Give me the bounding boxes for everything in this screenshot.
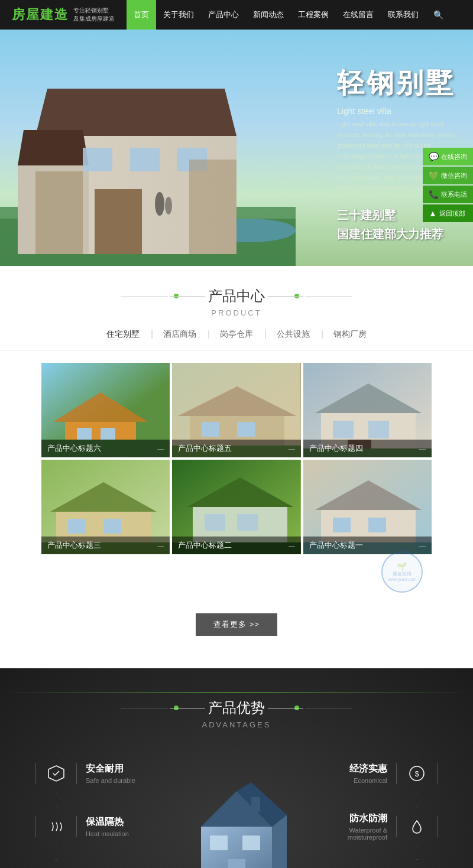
product-title-cn: 产品中心 bbox=[184, 287, 289, 305]
adv-item-waterproof: 防水防潮 Waterproof & moistureproof bbox=[302, 806, 438, 847]
advantages-center-house bbox=[183, 768, 290, 868]
heat-icon bbox=[47, 818, 65, 836]
tab-steel[interactable]: 钢构厂房 bbox=[331, 329, 370, 344]
nav-news[interactable]: 新闻动态 bbox=[246, 0, 291, 30]
advantages-title-cn: 产品优势 bbox=[184, 698, 289, 717]
watermark-product-area: 🌱 翼速应用 www.ysext.com bbox=[0, 557, 473, 599]
tab-booth[interactable]: 岗亭仓库 bbox=[217, 329, 256, 344]
adv-icon-insulation bbox=[35, 806, 77, 847]
svg-rect-44 bbox=[205, 514, 225, 531]
float-btn-wechat[interactable]: 💚 微信咨询 bbox=[423, 167, 473, 184]
nav-products[interactable]: 产品中心 bbox=[201, 0, 246, 30]
float-btn-consult-label: 在线咨询 bbox=[441, 152, 467, 161]
product-label-2: 产品中心标题二 bbox=[172, 537, 300, 554]
advantages-header: 产品优势 ADVANTAGES bbox=[0, 668, 473, 741]
svg-rect-51 bbox=[368, 518, 386, 532]
adv-icon-safe bbox=[35, 753, 77, 794]
hero-title-chinese: 轻钢别墅 bbox=[337, 65, 455, 102]
logo-main-text: 房屋建造 bbox=[12, 6, 69, 24]
adv-item-safe: 安全耐用 Safe and durable bbox=[35, 753, 171, 794]
nav-about[interactable]: 关于我们 bbox=[156, 0, 201, 30]
svg-rect-19 bbox=[77, 428, 92, 440]
nav-message[interactable]: 在线留言 bbox=[336, 0, 381, 30]
float-btn-top-label: 返回顶部 bbox=[439, 209, 465, 218]
svg-rect-13 bbox=[189, 160, 237, 254]
product-card-2[interactable]: 产品中心标题二 bbox=[172, 460, 300, 554]
adv-text-waterproof: 防水防潮 Waterproof & moistureproof bbox=[348, 812, 387, 841]
float-btn-top[interactable]: ▲ 返回顶部 bbox=[423, 204, 473, 222]
advantages-right-column: $ 经济实惠 Economical 防水防潮 bbox=[302, 753, 438, 868]
product-card-1[interactable]: 产品中心标题一 bbox=[303, 460, 432, 554]
tab-public[interactable]: 公共设施 bbox=[274, 329, 313, 344]
float-buttons: 💬 在线咨询 💚 微信咨询 📞 联系电话 ▲ 返回顶部 bbox=[423, 148, 473, 222]
phone-icon: 📞 bbox=[429, 190, 439, 199]
product-card-4[interactable]: 产品中心标题四 bbox=[303, 363, 432, 457]
logo-slogan: 专注轻钢别墅 及集成房屋建造 bbox=[73, 6, 115, 23]
site-header: 房屋建造 专注轻钢别墅 及集成房屋建造 首页 关于我们 产品中心 新闻动态 工程… bbox=[0, 0, 473, 30]
advantages-top-line bbox=[0, 692, 473, 693]
product-title-en: PRODUCT bbox=[0, 308, 473, 317]
svg-rect-31 bbox=[333, 421, 354, 438]
adv-icon-economic: $ bbox=[396, 753, 438, 794]
logo: 房屋建造 专注轻钢别墅 及集成房屋建造 bbox=[12, 6, 115, 24]
product-label-1: 产品中心标题一 bbox=[303, 537, 432, 554]
section-line-top: 产品中心 bbox=[0, 287, 473, 305]
svg-rect-60 bbox=[242, 836, 260, 850]
product-card-5[interactable]: 产品中心标题五 bbox=[172, 363, 300, 457]
product-card-6[interactable]: 产品中心标题六 bbox=[41, 363, 170, 457]
product-tabs: 住宅别墅 酒店商场 岗亭仓库 公共设施 钢构厂房 bbox=[0, 329, 473, 351]
product-label-4: 产品中心标题四 bbox=[303, 440, 432, 457]
nav-home[interactable]: 首页 bbox=[127, 0, 156, 30]
water-icon bbox=[408, 818, 426, 836]
hero-title-english: Light steel villa bbox=[337, 105, 455, 118]
tab-residential[interactable]: 住宅别墅 bbox=[103, 329, 142, 344]
adv-line-right bbox=[305, 708, 352, 708]
view-more-button[interactable]: 查看更多 >> bbox=[196, 613, 277, 636]
advantages-left-column: 安全耐用 Safe and durable 保温隔热 Heat bbox=[35, 753, 171, 868]
float-btn-phone-label: 联系电话 bbox=[441, 190, 467, 199]
nav-cases[interactable]: 工程案例 bbox=[291, 0, 336, 30]
tab-hotel[interactable]: 酒店商场 bbox=[160, 329, 199, 344]
adv-text-insulation: 保温隔热 Heat insulation bbox=[86, 816, 129, 837]
hero-banner: 轻钢别墅 Light steel villa Light steel villa… bbox=[0, 30, 473, 266]
adv-icon-eco bbox=[35, 859, 77, 868]
economic-icon: $ bbox=[408, 765, 426, 782]
search-icon[interactable]: 🔍 bbox=[429, 10, 448, 19]
consult-icon: 💬 bbox=[429, 152, 439, 161]
adv-icon-waterproof bbox=[396, 806, 438, 847]
product-label-3: 产品中心标题三 bbox=[41, 537, 170, 554]
logo-text: 房屋建造 bbox=[12, 6, 69, 24]
watermark-product: 🌱 翼速应用 www.ysext.com bbox=[381, 551, 423, 593]
svg-rect-61 bbox=[228, 859, 245, 868]
svg-rect-39 bbox=[103, 519, 121, 534]
svg-rect-12 bbox=[35, 171, 83, 254]
watermark-logo: 🌱 翼速应用 www.ysext.com bbox=[381, 551, 423, 593]
product-card-3[interactable]: 产品中心标题三 bbox=[41, 460, 170, 554]
svg-rect-32 bbox=[368, 421, 389, 438]
advantages-title-en: ADVANTAGES bbox=[0, 720, 473, 729]
svg-rect-25 bbox=[202, 422, 219, 437]
svg-text:$: $ bbox=[415, 770, 419, 778]
adv-item-eco: 生态环保 Eco-friendly bbox=[35, 859, 171, 868]
svg-rect-50 bbox=[333, 518, 351, 532]
float-btn-consult[interactable]: 💬 在线咨询 bbox=[423, 148, 473, 165]
svg-rect-62 bbox=[251, 797, 260, 812]
nav-contact[interactable]: 联系我们 bbox=[381, 0, 426, 30]
svg-marker-6 bbox=[35, 89, 237, 136]
product-section: 产品中心 PRODUCT 住宅别墅 酒店商场 岗亭仓库 公共设施 钢构厂房 bbox=[0, 266, 473, 668]
adv-line-left bbox=[121, 708, 168, 708]
line-right bbox=[305, 296, 352, 297]
wechat-icon: 💚 bbox=[429, 171, 439, 180]
product-section-header: 产品中心 PRODUCT bbox=[0, 266, 473, 329]
adv-item-insulation: 保温隔热 Heat insulation bbox=[35, 806, 171, 847]
adv-item-quick: 便捷迅速 Convenient and quick bbox=[302, 859, 438, 868]
svg-rect-8 bbox=[83, 148, 112, 171]
adv-icon-quick bbox=[396, 859, 438, 868]
shield-icon bbox=[47, 765, 65, 782]
float-btn-wechat-label: 微信咨询 bbox=[441, 171, 467, 180]
float-btn-phone[interactable]: 📞 联系电话 bbox=[423, 186, 473, 203]
product-grid: 产品中心标题六 bbox=[0, 363, 473, 554]
hero-house-illustration bbox=[0, 30, 296, 266]
top-icon: ▲ bbox=[429, 209, 437, 218]
svg-point-14 bbox=[155, 192, 164, 216]
